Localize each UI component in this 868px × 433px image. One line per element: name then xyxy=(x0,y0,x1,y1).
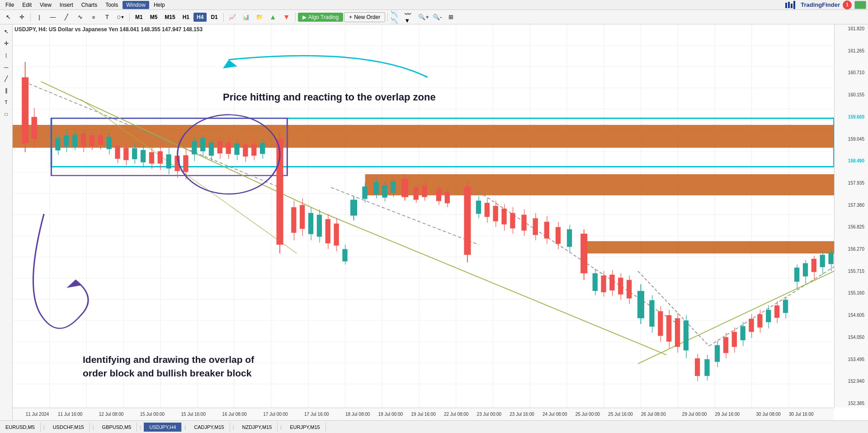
templates[interactable]: 📁 xyxy=(253,11,266,23)
sell-button[interactable]: ▼ xyxy=(280,11,293,23)
zoom-in[interactable]: 🔍+ xyxy=(417,11,430,23)
poly-line[interactable]: ∿ xyxy=(74,11,86,23)
time-label-13: 23 Jul 00:00 xyxy=(477,412,502,417)
menu-edit[interactable]: Edit xyxy=(19,1,35,9)
menu-insert[interactable]: Insert xyxy=(56,1,77,9)
separator-4 xyxy=(295,13,296,22)
svg-rect-156 xyxy=(501,209,506,224)
tf-h1[interactable]: H1 xyxy=(179,13,193,22)
line-horizontal[interactable]: — xyxy=(47,11,59,23)
buy-button[interactable]: ▲ xyxy=(267,11,279,23)
time-label-10: 19 Jul 00:00 xyxy=(378,412,403,417)
price-level-1: 161.820 xyxy=(836,26,866,31)
price-level-14: 154.605 xyxy=(836,313,866,318)
menu-bar: File Edit View Insert Charts Tools Windo… xyxy=(0,0,868,10)
time-label-18: 26 Jul 08:00 xyxy=(641,412,666,417)
chart-area[interactable]: USDJPY, H4: US Dollar vs Japanese Yen 14… xyxy=(13,24,868,420)
svg-rect-94 xyxy=(192,141,197,154)
menu-tools[interactable]: Tools xyxy=(102,1,122,9)
svg-rect-126 xyxy=(342,249,347,262)
time-label-14: 23 Jul 16:00 xyxy=(509,412,534,417)
tf-m15[interactable]: M15 xyxy=(161,13,178,22)
svg-rect-212 xyxy=(774,305,779,318)
time-label-21: 30 Jul 08:00 xyxy=(756,412,781,417)
time-label-9: 18 Jul 08:00 xyxy=(345,412,370,417)
tf-m1[interactable]: M1 xyxy=(132,13,146,22)
algo-trading-button[interactable]: ▶ Algo Trading xyxy=(298,13,343,22)
svg-rect-178 xyxy=(618,278,623,295)
left-shapes[interactable]: □ xyxy=(1,109,12,119)
cursor-tool[interactable]: ↖ xyxy=(2,11,14,23)
tab-usdjpy-h4[interactable]: USDJPY,H4 xyxy=(144,423,182,432)
tf-d1[interactable]: D1 xyxy=(208,13,221,22)
indicators-list[interactable]: 📉📉 xyxy=(390,11,403,23)
line-vertical[interactable]: | xyxy=(33,11,46,23)
left-horiz[interactable]: — xyxy=(1,62,12,72)
tab-eurusd-m5[interactable]: EURUSD,M5 xyxy=(0,423,41,432)
time-label-20: 29 Jul 16:00 xyxy=(715,412,740,417)
time-label-22: 30 Jul 16:00 xyxy=(789,412,814,417)
tab-usdchf-m15[interactable]: USDCHF,M15 xyxy=(47,423,90,432)
left-text[interactable]: T xyxy=(1,97,12,108)
line-studies[interactable]: 〰️▼ xyxy=(404,11,416,23)
svg-rect-170 xyxy=(580,233,587,273)
new-order-button[interactable]: + New Order xyxy=(344,12,385,22)
svg-rect-44 xyxy=(365,174,834,195)
menu-charts[interactable]: Charts xyxy=(78,1,101,9)
svg-rect-152 xyxy=(485,203,490,217)
left-cross[interactable]: ✛ xyxy=(1,38,12,49)
left-trendline[interactable]: ╱ xyxy=(1,73,12,84)
logo-icon xyxy=(783,1,798,9)
tf-h4[interactable]: H4 xyxy=(193,13,207,22)
chart-type[interactable]: 📈 xyxy=(226,11,239,23)
menu-window[interactable]: Window xyxy=(123,1,149,9)
tab-cadjpy-m15[interactable]: CADJPY,M15 xyxy=(189,423,230,432)
svg-rect-0 xyxy=(785,3,787,8)
tab-sep-4: | xyxy=(182,424,189,430)
svg-rect-184 xyxy=(649,300,654,326)
svg-rect-86 xyxy=(158,151,163,163)
separator-1 xyxy=(30,13,31,22)
svg-rect-180 xyxy=(627,280,632,299)
text-tool[interactable]: ≡ xyxy=(87,11,100,23)
svg-rect-84 xyxy=(149,152,154,163)
svg-rect-208 xyxy=(757,314,762,328)
price-level-9: 157.380 xyxy=(836,203,866,208)
svg-rect-70 xyxy=(90,135,94,146)
left-cursor[interactable]: ↖ xyxy=(1,26,12,37)
notification-badge[interactable]: 1 xyxy=(843,0,852,10)
svg-rect-104 xyxy=(234,143,239,155)
separator-5 xyxy=(387,13,388,22)
menu-view[interactable]: View xyxy=(36,1,55,9)
svg-rect-102 xyxy=(226,143,231,154)
svg-rect-116 xyxy=(300,205,305,229)
zoom-out[interactable]: 🔍- xyxy=(431,11,443,23)
svg-rect-204 xyxy=(741,326,745,340)
tf-m5[interactable]: M5 xyxy=(147,13,161,22)
tab-sep-6: | xyxy=(278,424,284,430)
fibonacci[interactable]: ⬡▼ xyxy=(114,11,127,23)
svg-rect-118 xyxy=(308,213,313,234)
tab-gbpusd-m5[interactable]: GBPUSD,M5 xyxy=(97,423,137,432)
time-axis: 11 Jul 2024 11 Jul 16:00 12 Jul 08:00 15… xyxy=(13,408,834,420)
tab-nzdjpy-m15[interactable]: NZDJPY,M15 xyxy=(237,423,278,432)
grid-toggle[interactable]: ⊞ xyxy=(444,11,457,23)
tab-eurjpy-m15[interactable]: EURJPY,M15 xyxy=(284,423,326,432)
menu-file[interactable]: File xyxy=(2,1,18,9)
left-channel[interactable]: ∥ xyxy=(1,85,12,96)
svg-rect-64 xyxy=(64,135,69,146)
time-label-12: 22 Jul 08:00 xyxy=(444,412,469,417)
svg-rect-142 xyxy=(422,186,427,197)
svg-rect-144 xyxy=(436,189,441,201)
crosshair-tool[interactable]: ✛ xyxy=(15,11,28,23)
svg-rect-186 xyxy=(658,311,663,336)
price-level-15: 154.050 xyxy=(836,335,866,340)
price-level-18: 152.385 xyxy=(836,401,866,406)
trend-line[interactable]: ╱ xyxy=(60,11,73,23)
shapes-tool[interactable]: T xyxy=(101,11,113,23)
svg-rect-140 xyxy=(413,187,418,200)
left-vert[interactable]: | xyxy=(1,50,12,61)
indicators[interactable]: 📊 xyxy=(240,11,252,23)
menu-help[interactable]: Help xyxy=(150,1,169,9)
svg-rect-206 xyxy=(749,319,754,332)
